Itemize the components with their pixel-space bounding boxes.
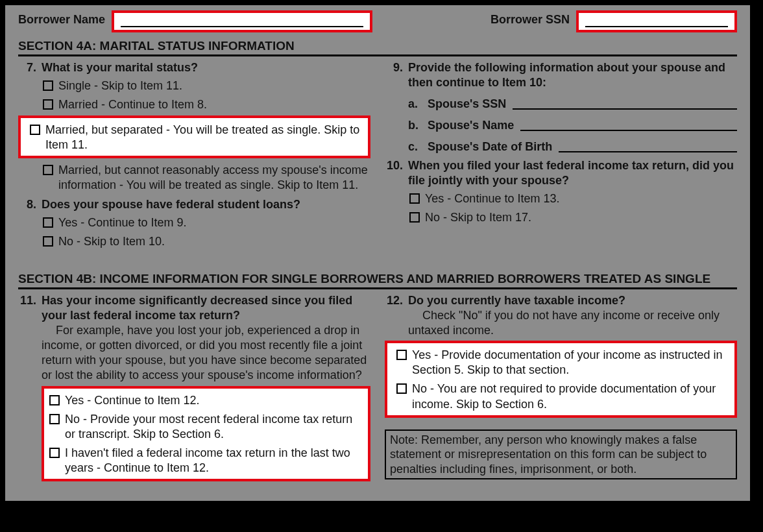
q8-opt-no[interactable]: No - Skip to Item 10. — [42, 234, 370, 250]
spouse-dob-input[interactable] — [559, 151, 737, 152]
section-4b-right: 12. Do you currently have taxable income… — [385, 289, 737, 481]
checkbox-icon[interactable] — [43, 99, 53, 110]
q11-opt-yes-label: Yes - Continue to Item 12. — [65, 393, 363, 408]
q11-number: 11. — [18, 293, 36, 383]
q9-b-row: b. Spouse's Name — [408, 118, 737, 133]
q7-number: 7. — [18, 60, 36, 113]
borrower-name-input[interactable] — [112, 10, 372, 32]
q11-opt-no-label: No - Provide your most recent federal in… — [65, 412, 363, 442]
q11-opt-nofile-label: I haven't filed a federal income tax ret… — [65, 446, 363, 476]
q7-opt-married-label: Married - Continue to Item 8. — [58, 97, 369, 112]
q12-opt-yes-label: Yes - Provide documentation of your inco… — [412, 348, 729, 378]
q10-opt-no-label: No - Skip to Item 17. — [425, 210, 736, 225]
q12: 12. Do you currently have taxable income… — [385, 293, 737, 338]
q10-number: 10. — [385, 158, 403, 226]
section-4b-title: SECTION 4B: INCOME INFORMATION FOR SINGL… — [18, 265, 737, 289]
q9-b-label: Spouse's Name — [428, 118, 514, 133]
q7-opt-noaccess-label: Married, but cannot reasonably access my… — [58, 163, 369, 193]
q12-opt-yes[interactable]: Yes - Provide documentation of your inco… — [395, 347, 731, 378]
checkbox-icon[interactable] — [49, 414, 60, 424]
q10: 10. When you filed your last federal inc… — [385, 158, 737, 226]
q9-c-label: Spouse's Date of Birth — [428, 139, 552, 154]
q9-b-letter: b. — [408, 118, 421, 133]
q11-opt-no[interactable]: No - Provide your most recent federal in… — [48, 411, 364, 442]
form-page: Borrower Name Borrower SSN SECTION 4A: M… — [5, 5, 750, 501]
section-4b-columns: 11. Has your income significantly decrea… — [18, 289, 737, 481]
checkbox-icon[interactable] — [49, 395, 60, 405]
q10-opt-no[interactable]: No - Skip to Item 17. — [408, 210, 737, 226]
borrower-name-label: Borrower Name — [18, 10, 105, 27]
q12-options-highlight: Yes - Provide documentation of your inco… — [385, 341, 737, 417]
checkbox-icon[interactable] — [49, 448, 60, 458]
q12-opt-no[interactable]: No - You are not required to provide doc… — [395, 381, 731, 412]
borrower-ssn-underline — [585, 26, 728, 27]
section-4a-right: 9. Provide the following information abo… — [385, 56, 737, 250]
q11-note: For example, have you lost your job, exp… — [42, 323, 370, 383]
borrower-ssn-input[interactable] — [576, 10, 737, 32]
q7-opt-single-label: Single - Skip to Item 11. — [58, 79, 369, 93]
q7-opt-separated-highlight: Married, but separated - You will be tre… — [18, 115, 370, 158]
q8-opt-no-label: No - Skip to Item 10. — [58, 234, 369, 249]
q10-prompt: When you filed your last federal income … — [408, 158, 737, 188]
q11: 11. Has your income significantly decrea… — [18, 293, 370, 383]
section-4a-columns: 7. What is your marital status? Single -… — [18, 56, 737, 250]
checkbox-icon[interactable] — [396, 350, 407, 360]
q8-number: 8. — [18, 197, 36, 250]
q11-opt-nofile[interactable]: I haven't filed a federal income tax ret… — [48, 445, 364, 476]
footer-note-box: Note: Remember, any person who knowingly… — [385, 429, 737, 480]
q9-c-row: c. Spouse's Date of Birth — [408, 139, 737, 154]
header-row: Borrower Name Borrower SSN — [18, 5, 737, 32]
section-4a-left: 7. What is your marital status? Single -… — [18, 56, 370, 250]
q8: 8. Does your spouse have federal student… — [18, 197, 370, 250]
q9-a-row: a. Spouse's SSN — [408, 97, 737, 112]
checkbox-icon[interactable] — [43, 80, 53, 91]
q7-opt-separated[interactable]: Married, but separated - You will be tre… — [29, 122, 364, 153]
checkbox-icon[interactable] — [43, 236, 53, 247]
q9-a-label: Spouse's SSN — [428, 97, 506, 112]
checkbox-icon[interactable] — [30, 125, 40, 135]
q12-opt-no-label: No - You are not required to provide doc… — [412, 381, 729, 411]
q9-a-letter: a. — [408, 97, 421, 112]
q8-prompt: Does your spouse have federal student lo… — [42, 197, 370, 212]
q10-opt-yes-label: Yes - Continue to Item 13. — [425, 191, 736, 206]
q7-opt-single[interactable]: Single - Skip to Item 11. — [42, 78, 370, 94]
q10-opt-yes[interactable]: Yes - Continue to Item 13. — [408, 191, 737, 207]
q8-opt-yes[interactable]: Yes - Continue to Item 9. — [42, 215, 370, 231]
q12-prompt: Do you currently have taxable income? — [408, 293, 737, 308]
q9-prompt: Provide the following information about … — [408, 60, 737, 90]
borrower-ssn-label: Borrower SSN — [490, 10, 570, 27]
borrower-name-underline — [121, 26, 363, 27]
borrower-ssn-block: Borrower SSN — [490, 10, 737, 32]
q7-opt-married[interactable]: Married - Continue to Item 8. — [42, 97, 370, 113]
q12-note: Check "No" if you do not have any income… — [408, 308, 737, 338]
q9-number: 9. — [385, 60, 403, 154]
checkbox-icon[interactable] — [43, 165, 53, 175]
checkbox-icon[interactable] — [396, 383, 407, 394]
q7-opt-noaccess[interactable]: Married, but cannot reasonably access my… — [42, 162, 370, 193]
checkbox-icon[interactable] — [409, 193, 420, 204]
q9: 9. Provide the following information abo… — [385, 60, 737, 154]
checkbox-icon[interactable] — [43, 217, 53, 228]
q7: 7. What is your marital status? Single -… — [18, 60, 370, 113]
borrower-name-block: Borrower Name — [18, 10, 372, 32]
spouse-name-input[interactable] — [520, 130, 737, 131]
q12-number: 12. — [385, 293, 403, 338]
q7-prompt: What is your marital status? — [42, 60, 370, 75]
spouse-ssn-input[interactable] — [513, 108, 737, 110]
q7-cont: Married, but cannot reasonably access my… — [18, 160, 370, 193]
section-4a-title: SECTION 4A: MARITAL STATUS INFORMATION — [18, 32, 737, 56]
checkbox-icon[interactable] — [409, 212, 420, 223]
q11-options-highlight: Yes - Continue to Item 12. No - Provide … — [42, 386, 370, 481]
q8-opt-yes-label: Yes - Continue to Item 9. — [58, 215, 369, 230]
q11-prompt: Has your income significantly decreased … — [42, 293, 370, 323]
section-4b-left: 11. Has your income significantly decrea… — [18, 289, 370, 481]
q7-opt-separated-label: Married, but separated - You will be tre… — [45, 123, 363, 152]
q11-opt-yes[interactable]: Yes - Continue to Item 12. — [48, 393, 364, 409]
q9-c-letter: c. — [408, 139, 421, 154]
